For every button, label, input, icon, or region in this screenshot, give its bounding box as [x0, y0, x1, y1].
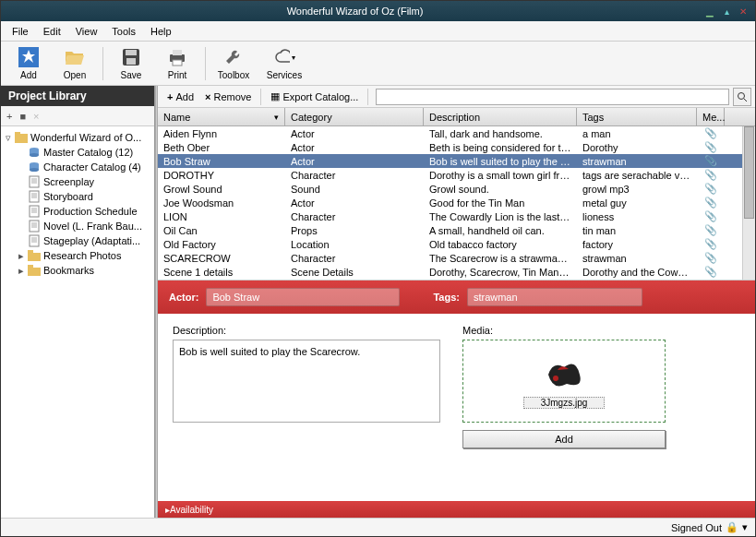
menu-help[interactable]: Help: [143, 24, 179, 39]
menu-tools[interactable]: Tools: [104, 24, 143, 39]
tree-item-2[interactable]: Screenplay: [3, 174, 152, 189]
sidebar: Project Library + ■ × ▿ Wonderful Wizard…: [1, 86, 155, 518]
folder-icon: [27, 264, 42, 277]
menu-view[interactable]: View: [68, 24, 105, 39]
disk-icon: [120, 46, 142, 68]
doc-icon: [27, 190, 42, 203]
col-category[interactable]: Category: [285, 108, 424, 125]
tree-item-1[interactable]: Character Catalog (4): [3, 160, 152, 174]
star-icon: [18, 46, 40, 68]
sidebar-folder-icon[interactable]: ■: [19, 111, 26, 122]
tree-item-6[interactable]: Stageplay (Adaptati...: [3, 233, 152, 248]
project-tree: ▿ Wonderful Wizard of O... Master Catalo…: [1, 126, 154, 518]
tags-label: Tags:: [433, 292, 460, 303]
toolbox-button[interactable]: Toolbox: [211, 43, 256, 84]
add-media-button[interactable]: Add: [462, 430, 666, 448]
table-row[interactable]: Aiden FlynnActorTall, dark and handsome.…: [158, 126, 755, 140]
sidebar-title: Project Library: [1, 86, 154, 106]
tags-field[interactable]: [467, 288, 642, 306]
export-catalog-button[interactable]: ▦ Export Catalog...: [265, 89, 364, 104]
col-description[interactable]: Description: [424, 108, 577, 125]
menu-file[interactable]: File: [5, 24, 36, 39]
search-input[interactable]: [376, 89, 729, 105]
scroll-thumb[interactable]: [744, 126, 754, 219]
table-row[interactable]: Bob StrawActorBob is well suited to play…: [158, 154, 755, 168]
sidebar-add-icon[interactable]: +: [6, 111, 12, 122]
db-icon: [27, 161, 42, 173]
sidebar-remove-icon[interactable]: ×: [33, 111, 39, 122]
col-name[interactable]: Name: [158, 108, 285, 125]
catalog-table: Name Category Description Tags Me... Aid…: [158, 108, 755, 280]
tree-item-8[interactable]: ▸Bookmarks: [3, 263, 152, 278]
svg-rect-7: [15, 134, 28, 143]
main-remove-button[interactable]: × Remove: [199, 90, 257, 104]
svg-rect-6: [173, 60, 182, 66]
main-add-button[interactable]: + Add: [162, 90, 199, 104]
svg-rect-37: [28, 268, 41, 276]
table-row[interactable]: SCARECROWCharacterThe Scarecrow is a str…: [158, 251, 755, 265]
table-row[interactable]: Joe WoodsmanActorGood for the Tin Manmet…: [158, 196, 755, 209]
doc-icon: [27, 220, 42, 233]
table-row[interactable]: DOROTHYCharacterDorothy is a small town …: [158, 168, 755, 182]
svg-point-42: [553, 376, 558, 381]
media-filename[interactable]: 3Jmgzs.jpg: [523, 397, 606, 409]
table-row[interactable]: Scene 1 detailsScene DetailsDorothy, Sca…: [158, 265, 755, 279]
table-row[interactable]: Growl SoundSoundGrowl sound.growl mp3📎: [158, 182, 755, 196]
svg-rect-35: [28, 253, 41, 261]
tree-item-3[interactable]: Storyboard: [3, 189, 152, 204]
svg-rect-3: [126, 58, 136, 65]
svg-rect-19: [30, 191, 39, 202]
maximize-button[interactable]: ▴: [720, 5, 733, 18]
table-row[interactable]: Oil CanPropsA small, handheld oil can.ti…: [158, 223, 755, 237]
attachment-icon: 📎: [697, 238, 725, 250]
search-button[interactable]: [733, 88, 751, 106]
save-button[interactable]: Save: [109, 43, 153, 84]
attachment-icon: 📎: [697, 127, 725, 139]
menu-edit[interactable]: Edit: [36, 24, 68, 39]
table-row[interactable]: Beth OberActorBeth is being considered f…: [158, 140, 755, 154]
chevron-down-icon[interactable]: ▾: [742, 521, 748, 533]
col-media[interactable]: Me...: [697, 108, 725, 125]
tree-root[interactable]: ▿ Wonderful Wizard of O...: [3, 130, 152, 145]
folder-icon: [14, 131, 29, 144]
actor-field[interactable]: [206, 288, 400, 306]
svg-rect-5: [173, 50, 182, 55]
tree-item-7[interactable]: ▸Research Photos: [3, 248, 152, 263]
close-button[interactable]: ✕: [737, 5, 750, 18]
media-dropzone[interactable]: 3Jmgzs.jpg: [462, 340, 666, 423]
svg-point-14: [30, 168, 39, 172]
folder-icon: [27, 249, 42, 262]
app-window: Wonderful Wizard of Oz (Film) ▁ ▴ ✕ File…: [0, 0, 756, 537]
open-button[interactable]: Open: [53, 43, 97, 84]
description-section: Description:: [173, 325, 440, 490]
expand-icon[interactable]: ▸: [16, 265, 27, 277]
db-icon: [27, 146, 42, 159]
services-button[interactable]: ▾ Services: [258, 43, 311, 84]
table-row[interactable]: Old FactoryLocationOld tabacco factoryfa…: [158, 237, 755, 251]
expand-icon[interactable]: ▸: [16, 250, 27, 262]
detail-footer[interactable]: ▸ Availability: [158, 501, 755, 518]
svg-rect-8: [15, 132, 20, 135]
svg-point-39: [738, 92, 745, 99]
lock-icon[interactable]: 🔒: [726, 521, 738, 533]
table-row[interactable]: LIONCharacterThe Cowardly Lion is the la…: [158, 209, 755, 223]
tree-item-0[interactable]: Master Catalog (12): [3, 145, 152, 160]
scrollbar[interactable]: [742, 126, 755, 280]
detail-header: Actor: Tags:: [158, 280, 755, 314]
add-button[interactable]: Add: [6, 43, 51, 84]
doc-icon: [27, 234, 42, 247]
attachment-icon: 📎: [697, 210, 725, 222]
col-tags[interactable]: Tags: [577, 108, 697, 125]
svg-rect-15: [30, 176, 39, 187]
description-field[interactable]: [173, 340, 440, 423]
svg-rect-31: [30, 235, 39, 246]
toolbar: Add Open Save Print Toolbox ▾ Services: [1, 42, 755, 86]
expand-icon[interactable]: ▿: [3, 132, 14, 144]
tree-item-5[interactable]: Novel (L. Frank Bau...: [3, 219, 152, 233]
svg-rect-2: [126, 50, 137, 55]
tree-item-4[interactable]: Production Schedule: [3, 204, 152, 219]
attachment-icon: 📎: [697, 266, 725, 278]
minimize-button[interactable]: ▁: [703, 5, 716, 18]
print-button[interactable]: Print: [155, 43, 199, 84]
print-icon: [166, 46, 188, 68]
